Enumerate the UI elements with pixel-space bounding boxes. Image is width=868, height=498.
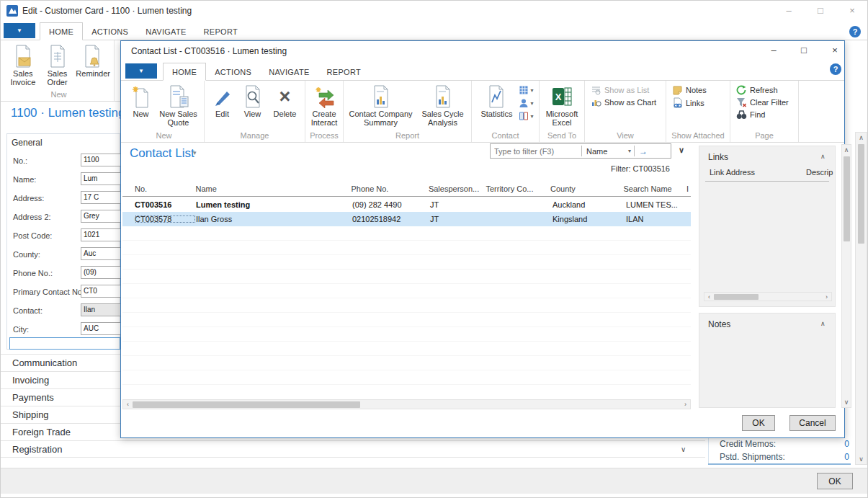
scroll-left-arrow[interactable]: ‹ [123,401,133,408]
column-header-clipped[interactable]: I [686,184,691,193]
new-sales-quote-button[interactable]: New Sales Quote [156,82,202,127]
address-field[interactable]: 17 C [81,191,122,204]
segments-button[interactable]: ▾ [519,111,533,121]
dialog-tab-report[interactable]: REPORT [318,63,370,80]
dialog-vscrollbar[interactable]: ∧ ∨ [841,144,851,408]
apply-filter-button[interactable]: → [635,146,652,156]
cell-no[interactable]: CT003578 [135,215,196,223]
table-hscrollbar[interactable]: ‹ › [122,399,691,409]
links-collapse-icon[interactable]: ∧ [820,153,826,160]
links-col-link-address[interactable]: Link Address [710,168,755,177]
county-field[interactable]: Auc [81,247,122,260]
application-menu-button[interactable]: ▼ [4,23,35,38]
links-button[interactable]: Links [672,97,704,108]
section-communication[interactable]: Communication [1,354,120,371]
view-button[interactable]: View [238,82,268,118]
new-button[interactable]: New [127,82,156,118]
scroll-left-arrow[interactable]: ‹ [704,293,714,301]
microsoft-excel-button[interactable]: X Microsoft Excel [541,82,583,127]
dialog-cancel-button[interactable]: Cancel [789,415,836,431]
vscroll-thumb[interactable] [844,156,850,241]
dialog-help-icon[interactable]: ? [830,63,841,75]
contact-company-summary-button[interactable]: Contact Company Summary [346,82,416,127]
general-fasttab-title[interactable]: General [7,134,120,152]
section-payments[interactable]: Payments [1,388,120,406]
scroll-right-arrow[interactable]: › [681,401,690,408]
scroll-up-arrow[interactable]: ∧ [842,145,851,154]
cell-county[interactable]: Kingsland [552,215,626,223]
section-registration[interactable]: Registration ∨ [1,440,705,458]
show-as-list-button[interactable]: Show as List [591,85,649,95]
tab-navigate[interactable]: NAVIGATE [137,23,194,40]
cell-search-name[interactable]: LUMEN TES... [626,200,689,209]
cell-search-name[interactable]: ILAN [626,215,689,223]
cell-phone[interactable]: (09) 282 4490 [352,200,430,209]
name-field[interactable]: Lum [81,172,122,185]
hscroll-thumb[interactable] [714,294,759,300]
postcode-field[interactable]: 1021 [81,228,122,241]
dialog-minimize-button[interactable]: – [764,44,784,57]
maximize-button[interactable]: □ [810,4,831,17]
tab-report[interactable]: REPORT [195,23,246,40]
section-foreign-trade[interactable]: Foreign Trade [1,423,120,440]
edit-button[interactable]: Edit [207,82,238,118]
show-as-chart-button[interactable]: Show as Chart [591,97,656,107]
column-header-county[interactable]: County [550,184,623,193]
cell-salesperson[interactable]: JT [430,200,488,209]
dialog-application-menu-button[interactable]: ▼ [125,63,157,79]
scroll-down-arrow[interactable]: ∨ [856,455,866,464]
links-col-description[interactable]: Descrip [806,168,833,177]
filter-input[interactable] [491,147,581,156]
table-row[interactable]: CT003516 Lumen testing (09) 282 4490 JT … [122,197,691,212]
credit-memos-value[interactable]: 0 [844,439,849,449]
column-header-phone[interactable]: Phone No. [351,184,428,193]
filter-column-dropdown-icon[interactable]: ▾ [628,148,634,154]
dialog-maximize-button[interactable]: □ [794,44,814,57]
dialog-tab-actions[interactable]: ACTIONS [206,63,260,80]
close-button[interactable]: × [842,4,862,17]
statistics-button[interactable]: Statistics [477,82,516,118]
customer-card-ok-button[interactable]: OK [817,473,853,489]
dialog-ok-button[interactable]: OK [742,415,775,431]
cell-phone[interactable]: 02102518942 [352,215,430,223]
reminder-button[interactable]: Reminder [73,42,112,78]
city-field[interactable]: AUC [81,322,122,335]
links-hscrollbar[interactable]: ‹ › [704,292,832,301]
delete-button[interactable]: × Delete [268,82,303,118]
contact-field[interactable]: Ilan [81,303,122,316]
tab-home[interactable]: HOME [40,22,83,40]
phone-field[interactable]: (09) [81,266,122,279]
primary-contact-field[interactable]: CT0 [81,285,122,298]
customer-card-vscrollbar[interactable]: ∧ ∨ [855,132,867,465]
dialog-tab-navigate[interactable]: NAVIGATE [260,63,318,80]
column-header-territory[interactable]: Territory Co... [486,184,550,193]
address2-field[interactable]: Grey [81,210,122,223]
sales-order-button[interactable]: Sales Order [41,42,74,86]
cell-salesperson[interactable]: JT [430,215,488,223]
sales-cycle-analysis-button[interactable]: Sales Cycle Analysis [416,82,470,127]
column-header-search-name[interactable]: Search Name [623,184,686,193]
column-header-salesperson[interactable]: Salesperson... [429,184,486,193]
column-header-name[interactable]: Name [196,184,352,193]
sales-invoice-button[interactable]: Sales Invoice [5,42,41,86]
notes-collapse-icon[interactable]: ∧ [820,320,826,327]
create-interact-button[interactable]: Create Interact [307,82,341,127]
filter-pane-chevron[interactable]: ∨ [679,146,684,155]
dialog-tab-home[interactable]: HOME [163,63,206,81]
person-details-button[interactable]: ▾ [519,98,533,108]
hscroll-thumb[interactable] [133,401,360,408]
section-collapse-icon[interactable]: ∨ [681,445,686,453]
vscroll-thumb[interactable] [858,144,864,244]
help-icon[interactable]: ? [849,26,861,37]
cell-county[interactable]: Auckland [552,200,626,209]
minimize-button[interactable]: – [779,4,799,17]
company-details-button[interactable]: ▾ [519,85,533,95]
scroll-down-arrow[interactable]: ∨ [842,399,851,407]
cell-name[interactable]: Lumen testing [196,200,352,209]
pstd-shipments-value[interactable]: 0 [844,452,849,462]
dialog-close-button[interactable]: × [825,44,845,57]
no-field[interactable]: 1100 [81,154,122,166]
scroll-up-arrow[interactable]: ∧ [856,133,866,141]
cell-no[interactable]: CT003516 [135,200,196,209]
refresh-button[interactable]: Refresh [736,85,778,95]
